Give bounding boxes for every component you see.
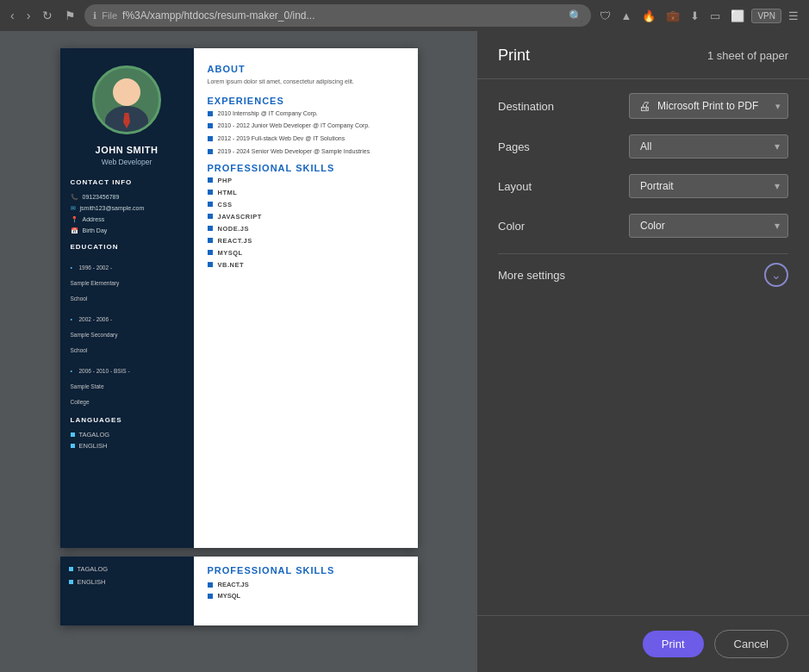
address-text: Address [83,215,105,223]
exp-text-1: 2010 Internship @ IT Company Corp. [218,109,318,118]
pages-select-wrapper: All Custom [629,134,788,159]
contact-phone: 📞 09123456789 [71,193,184,201]
destination-value: Microsoft Print to PDF [657,100,762,112]
tab-icon[interactable]: ⬜ [727,8,748,24]
lang-bullet-2 [71,444,75,448]
destination-chevron-icon: ▾ [775,101,781,112]
print-button[interactable]: Print [643,631,704,657]
bookmark-button[interactable]: ⚑ [61,7,79,24]
print-header: Print 1 sheet of paper [477,31,809,79]
experiences-section-title: EXPERIENCES [208,96,404,106]
birthday-text: Birth Day [83,227,108,234]
reload-button[interactable]: ↻ [39,7,56,24]
email-text: jsmith123@sample.com [80,204,145,212]
about-section-title: ABOUT [208,64,404,74]
exp-bullet-3 [208,136,213,141]
skill-text-nodejs: NODE.JS [218,225,249,233]
education-section-title: EDUCATION [71,243,184,251]
avatar-container [71,65,184,134]
phone-icon: 📞 [71,194,78,201]
layout-row: Layout Portrait Landscape [498,174,788,198]
lang-text-1: TAGALOG [79,431,110,439]
calendar-icon: 📅 [71,227,78,234]
lang-item-1: TAGALOG [71,431,184,439]
exp-text-2: 2010 - 2012 Junior Web Developer @ IT Co… [218,121,370,130]
exp-item-3: 2012 - 2019 Full-stack Web Dev @ IT Solu… [208,134,404,143]
edu-text-3: 2006 - 2010 - BSIS -Sample StateCollege [71,368,130,405]
layout-select-wrapper: Portrait Landscape [629,174,788,198]
edu-text-2: 2002 - 2006 -Sample SecondarySchool [71,316,118,353]
edu-bullet-3: • [71,368,72,374]
resume-job-title: Web Developer [71,158,184,166]
skill-css: CSS [208,201,404,208]
skill-bullet-mysql [208,250,213,255]
edu-bullet-2: • [71,316,72,322]
skill-mysql: MYSQL [208,249,404,257]
edu-item-3: • 2006 - 2010 - BSIS -Sample StateColleg… [71,361,184,408]
contact-address: 📍 Address [71,215,184,223]
exp-bullet-1 [208,111,213,116]
lang-text-2: ENGLISH [79,442,108,450]
info-icon: ℹ [93,10,96,22]
brand-icon[interactable]: ▲ [618,8,636,24]
resume-right-content: ABOUT Lorem ipsum dolor sit amet, consec… [194,48,418,548]
about-text: Lorem ipsum dolor sit amet, consectetur … [208,78,404,87]
skills-title-2: PROFESSIONAL SKILLS [208,565,404,576]
phone-text: 09123456789 [83,193,120,201]
color-select-wrapper: Color Black and white [629,214,788,238]
color-label: Color [498,220,525,233]
languages-section-title: LANGUAGES [71,416,184,424]
print-panel: Print 1 sheet of paper Destination 🖨 Mic… [477,31,809,672]
more-settings-row[interactable]: More settings ⌄ [498,253,788,287]
back-button[interactable]: ‹ [7,7,18,24]
layout-select[interactable]: Portrait Landscape [629,174,788,198]
more-settings-label: More settings [498,269,565,282]
exp-item-2: 2010 - 2012 Junior Web Developer @ IT Co… [208,121,404,130]
vpn-badge[interactable]: VPN [751,9,781,23]
skill-text-html: HTML [218,189,238,196]
tablet-icon[interactable]: ▭ [706,8,724,24]
layout-label: Layout [498,180,532,193]
skill-js: JAVASCRIPT [208,213,404,221]
extension-icon[interactable]: 🔥 [638,8,659,24]
pages-select[interactable]: All Custom [629,134,788,159]
email-icon: ✉ [71,205,76,212]
url-input[interactable] [122,9,563,22]
skill-vbnet: VB.NET [208,261,404,269]
skill-text-js: JAVASCRIPT [218,213,262,221]
print-options: Destination 🖨 Microsoft Print to PDF ▾ P… [477,79,809,615]
skill-text-php: PHP [218,177,233,184]
print-footer: Print Cancel [477,615,809,672]
resume-right-2: PROFESSIONAL SKILLS REACT.JS MYSQL [194,557,418,625]
skill-html: HTML [208,189,404,196]
menu-button[interactable]: ☰ [785,8,802,24]
resume-page-2: TAGALOG ENGLISH PROFESSIONAL SKILLS REAC… [60,557,418,625]
skill-nodejs: NODE.JS [208,225,404,233]
forward-button[interactable]: › [23,7,34,24]
skill-reactjs: REACT.JS [208,237,404,245]
skills-section-title: PROFESSIONAL SKILLS [208,163,404,173]
shield-icon[interactable]: 🛡 [596,8,614,24]
resume-left-2: TAGALOG ENGLISH [60,557,194,625]
more-settings-chevron-icon[interactable]: ⌄ [764,263,788,287]
color-select[interactable]: Color Black and white [629,214,788,238]
cancel-button[interactable]: Cancel [714,630,788,658]
skill-bullet-vbnet [208,262,213,267]
main-area: JOHN SMITH Web Developer CONTACT INFO 📞 … [0,31,809,672]
lang-bullet-1 [71,432,75,437]
destination-select[interactable]: 🖨 Microsoft Print to PDF ▾ [629,93,788,119]
skill-bullet-reactjs [208,238,213,243]
exp-text-3: 2012 - 2019 Full-stack Web Dev @ IT Solu… [218,134,345,143]
skill-text-mysql: MYSQL [218,249,243,257]
browser-actions: 🛡 ▲ 🔥 💼 ⬇ ▭ ⬜ VPN ☰ [596,8,802,24]
download-icon[interactable]: ⬇ [687,8,703,24]
print-title: Print [498,47,530,65]
skill-text-css: CSS [218,201,233,208]
avatar-head [113,78,140,106]
wallet-icon[interactable]: 💼 [663,8,683,24]
address-bar: ℹ File 🔍 [84,4,590,27]
edu-bullet-1: • [71,264,72,271]
contact-section-title: CONTACT INFO [71,178,184,186]
skill-bullet-nodejs [208,226,213,231]
search-button[interactable]: 🔍 [569,9,582,22]
